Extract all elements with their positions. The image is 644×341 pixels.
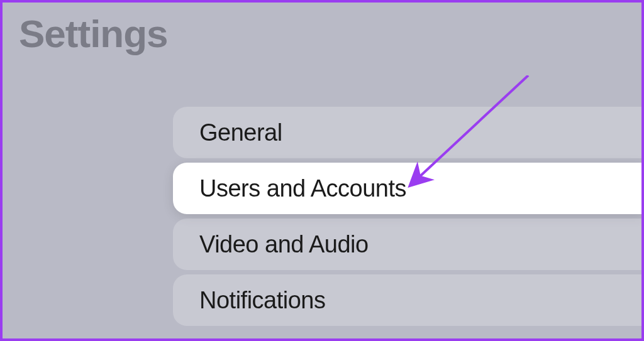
menu-item-label: General <box>199 119 282 146</box>
menu-item-general[interactable]: General <box>173 107 644 158</box>
menu-item-label: Users and Accounts <box>199 175 406 202</box>
page-title: Settings <box>19 11 168 56</box>
settings-menu: General Users and Accounts Video and Aud… <box>173 107 644 326</box>
menu-item-notifications[interactable]: Notifications <box>173 274 644 326</box>
menu-item-label: Video and Audio <box>199 231 369 258</box>
menu-item-label: Notifications <box>199 287 325 314</box>
menu-item-users-and-accounts[interactable]: Users and Accounts <box>173 163 644 214</box>
menu-item-video-and-audio[interactable]: Video and Audio <box>173 219 644 270</box>
